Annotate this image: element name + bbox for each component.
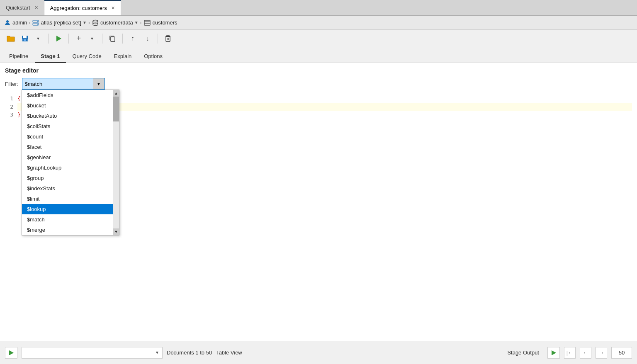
run-button[interactable] — [52, 32, 65, 45]
dropdown-item-facet[interactable]: $facet — [22, 142, 119, 152]
dropdown-item-count[interactable]: $count — [22, 131, 119, 142]
tab-explain-label: Explain — [114, 53, 132, 59]
tab-stage1[interactable]: Stage 1 — [35, 51, 66, 63]
dropdown-item-lookup[interactable]: $lookup — [22, 204, 119, 214]
copy-button[interactable] — [106, 32, 119, 45]
tab-query-code-label: Query Code — [73, 53, 102, 59]
toolbar-sep-5 — [158, 34, 158, 44]
filter-dropdown-button[interactable]: ▼ — [93, 78, 105, 90]
tab-quickstart-label: Quickstart — [6, 5, 30, 11]
svg-rect-10 — [23, 36, 27, 38]
line-num-2: 2 — [5, 103, 13, 111]
svg-point-5 — [93, 20, 98, 22]
save-icon — [21, 35, 29, 42]
move-down-button[interactable]: ↓ — [141, 32, 154, 45]
dropdown-scrollbar: ▲ ▼ — [113, 90, 119, 235]
bottom-stage-select[interactable] — [22, 347, 163, 359]
run-icon — [55, 35, 62, 42]
toolbar-sep-4 — [122, 34, 123, 44]
toolbar-sep-2 — [68, 34, 69, 44]
move-up-button[interactable]: ↑ — [126, 32, 139, 45]
breadcrumb-server-label: atlas [replica set] — [41, 19, 81, 26]
save-button[interactable] — [18, 32, 32, 45]
scrollbar-thumb — [113, 97, 119, 121]
tab-options[interactable]: Options — [138, 51, 168, 63]
stage-editor-title: Stage editor — [0, 63, 637, 76]
svg-point-4 — [37, 24, 38, 24]
breadcrumb-database[interactable]: customerdata ▼ — [92, 19, 139, 26]
bottom-run-icon — [8, 350, 14, 356]
scrollbar-up-btn[interactable]: ▲ — [113, 90, 119, 97]
dropdown-item-bucketauto[interactable]: $bucketAuto — [22, 111, 119, 121]
tab-quickstart-close[interactable]: ✕ — [34, 5, 38, 10]
code-bracket-open: { — [17, 95, 21, 102]
breadcrumb-user-label: admin — [12, 19, 27, 26]
nav-first-button[interactable]: |← — [564, 347, 576, 359]
filter-input[interactable] — [22, 78, 105, 90]
svg-point-0 — [6, 20, 9, 23]
dropdown-item-indexstats[interactable]: $indexStats — [22, 183, 119, 194]
nav-prev-button[interactable]: ← — [580, 347, 591, 359]
dropdown-list: $addFields $bucket $bucketAuto $collStat… — [22, 90, 119, 235]
open-button[interactable] — [3, 32, 18, 45]
svg-marker-19 — [9, 350, 14, 355]
dropdown-item-collstats[interactable]: $collStats — [22, 121, 119, 131]
tab-query-code[interactable]: Query Code — [67, 51, 107, 63]
tab-options-label: Options — [144, 53, 163, 59]
server-chevron-icon: ▼ — [83, 20, 87, 25]
open-save-group: ▼ — [3, 32, 45, 45]
main-content: Stage editor Filter: ▼ $addFields $bucke… — [0, 63, 637, 364]
user-icon — [4, 19, 11, 26]
svg-marker-13 — [56, 36, 61, 41]
dropdown-item-merge[interactable]: $merge — [22, 225, 119, 235]
scrollbar-down-btn[interactable]: ▼ — [113, 228, 119, 235]
breadcrumb-sep-2: › — [88, 20, 90, 26]
stage-output-run-button[interactable] — [547, 347, 560, 359]
dropdown-item-limit[interactable]: $limit — [22, 194, 119, 204]
dropdown-item-group[interactable]: $group — [22, 173, 119, 183]
svg-point-3 — [37, 21, 38, 22]
trash-icon — [165, 35, 171, 42]
folder-icon — [6, 35, 15, 42]
database-chevron-icon: ▼ — [134, 20, 139, 25]
tab-explain[interactable]: Explain — [108, 51, 138, 63]
tab-stage1-label: Stage 1 — [41, 53, 60, 59]
line-num-3: 3 — [5, 111, 13, 119]
tab-quickstart[interactable]: Quickstart ✕ — [0, 0, 44, 15]
stage-output-label: Stage Output — [507, 349, 539, 356]
dropdown-item-graphlookup[interactable]: $graphLookup — [22, 163, 119, 173]
dropdown-item-geonear[interactable]: $geoNear — [22, 152, 119, 163]
database-icon — [92, 19, 99, 26]
breadcrumb-server[interactable]: atlas [replica set] ▼ — [32, 19, 86, 26]
tab-pipeline-label: Pipeline — [9, 53, 28, 59]
svg-rect-12 — [24, 39, 26, 41]
scrollbar-track — [113, 97, 119, 228]
breadcrumb-sep-3: › — [140, 20, 142, 26]
tab-bar: Quickstart ✕ Aggregation: customers ✕ — [0, 0, 637, 16]
dropdown-item-addfields[interactable]: $addFields — [22, 90, 119, 100]
filter-input-container: ▼ — [22, 78, 105, 90]
bottom-run-button[interactable] — [5, 347, 17, 359]
documents-label: Documents 1 to 50 — [167, 349, 212, 356]
toolbar-sep-1 — [48, 34, 49, 44]
breadcrumb-sep-1: › — [29, 20, 30, 26]
dropdown-item-bucket[interactable]: $bucket — [22, 100, 119, 111]
copy-icon — [109, 35, 116, 42]
collection-icon — [143, 19, 151, 26]
svg-rect-16 — [166, 36, 170, 41]
tab-pipeline[interactable]: Pipeline — [3, 51, 34, 63]
nav-next-button[interactable]: → — [596, 347, 607, 359]
filter-row: Filter: ▼ $addFields $bucket $bucketAuto… — [0, 76, 637, 91]
pipeline-tabs: Pipeline Stage 1 Query Code Explain Opti… — [0, 47, 637, 63]
tab-aggregation-customers-close[interactable]: ✕ — [111, 5, 115, 11]
delete-button[interactable] — [161, 32, 175, 45]
svg-marker-20 — [552, 350, 556, 355]
svg-rect-6 — [144, 20, 150, 25]
dropdown-item-match[interactable]: $match — [22, 214, 119, 225]
save-dropdown-button[interactable]: ▼ — [32, 32, 45, 45]
add-dropdown-button[interactable]: ▼ — [85, 32, 99, 45]
line-numbers: 1 2 3 — [5, 95, 17, 341]
tab-aggregation-customers[interactable]: Aggregation: customers ✕ — [44, 0, 121, 15]
page-input[interactable] — [611, 347, 632, 359]
add-button[interactable]: + — [72, 32, 85, 45]
